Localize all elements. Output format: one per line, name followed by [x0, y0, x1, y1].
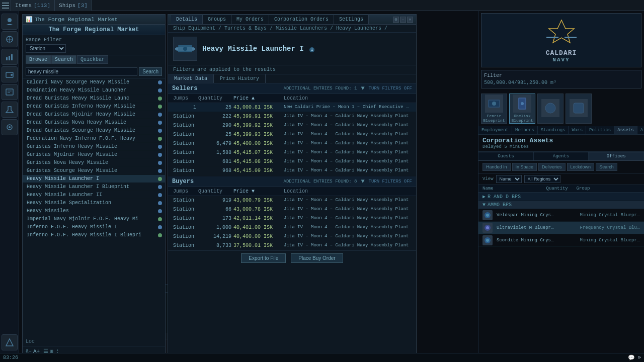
- list-item[interactable]: Inferno F.O.F. Heavy Missile I: [23, 223, 165, 231]
- sidebar-icon-science[interactable]: [2, 102, 18, 118]
- place-buy-order-button[interactable]: Place Buy Order: [291, 253, 343, 263]
- list-item[interactable]: Ultraviolet M Blueprint Frequency Crysta…: [478, 222, 644, 234]
- range-select[interactable]: Station: [26, 44, 66, 53]
- sidebar-icon-market[interactable]: [2, 49, 18, 65]
- list-item[interactable]: Heavy Missiles: [23, 207, 165, 215]
- info-dot-icon[interactable]: [158, 169, 162, 173]
- ships-tab[interactable]: Ships [3]: [55, 0, 92, 11]
- blueprint-item-extra2[interactable]: [566, 94, 592, 124]
- blueprint-item-obelisk[interactable]: ObeliskBlueprint: [509, 94, 535, 124]
- corp-nav-members[interactable]: Members: [512, 126, 538, 134]
- corp-tab-offices[interactable]: Offices: [589, 152, 644, 160]
- sidebar-icon-character[interactable]: [2, 14, 18, 30]
- browse-tab[interactable]: Browse: [26, 55, 51, 64]
- list-item[interactable]: Inferno F.O.F. Heavy Missile I Bluepri: [23, 231, 165, 239]
- price-history-tab[interactable]: Price History: [214, 74, 266, 83]
- status-icon-chat[interactable]: 💬: [628, 354, 635, 361]
- blueprint-item-fenrir[interactable]: FenrirBlueprint: [481, 94, 507, 124]
- table-row[interactable]: Station 173 42,011.14 ISK Jita IV – Moon…: [168, 214, 416, 223]
- list-item[interactable]: Federation Navy Inferno F.O.F. Heavy: [23, 135, 165, 143]
- col-location[interactable]: Location: [283, 95, 412, 102]
- list-item[interactable]: Dread Guristas Heavy Missile Launc: [23, 95, 165, 103]
- view-name-select[interactable]: Name: [496, 175, 522, 183]
- filter-search[interactable]: Search: [596, 163, 617, 171]
- list-item[interactable]: Imperial Navy Mjolnir F.O.F. Heavy Mi: [23, 215, 165, 223]
- list-item[interactable]: Dread Guristas Inferno Heavy Missile: [23, 103, 165, 111]
- info-dot-icon[interactable]: [158, 88, 162, 93]
- col-quantity[interactable]: Quantity: [197, 95, 232, 102]
- list-item[interactable]: Guristas Scourge Heavy Missile: [23, 167, 165, 175]
- table-row[interactable]: Station 66 43,000.78 ISK Jita IV – Moon …: [168, 205, 416, 214]
- list-item[interactable]: Dread Guristas Scourge Heavy Missile: [23, 127, 165, 135]
- export-button[interactable]: Export to File: [241, 253, 286, 263]
- blueprint-item-extra1[interactable]: [537, 94, 564, 124]
- list-item[interactable]: Guristas Nova Heavy Missile: [23, 159, 165, 167]
- details-tab-corp-orders[interactable]: Corporation Orders: [269, 15, 334, 24]
- filter-deliveries[interactable]: Deliveries: [538, 163, 566, 171]
- corp-nav-wars[interactable]: Wars: [569, 126, 586, 134]
- sidebar-icon-industry[interactable]: [2, 119, 18, 135]
- info-dot-icon[interactable]: [158, 209, 162, 213]
- sidebar-icon-neocom[interactable]: [2, 334, 18, 350]
- view-region-select[interactable]: All Regions: [524, 175, 560, 183]
- corp-nav-politics[interactable]: Politics: [586, 126, 614, 134]
- info-dot-icon[interactable]: [158, 201, 162, 205]
- corp-nav-assets[interactable]: Assets: [614, 126, 637, 134]
- buyers-filter-icon[interactable]: ▼: [361, 178, 364, 185]
- info-dot-icon[interactable]: [158, 233, 162, 237]
- list-item[interactable]: Domination Heavy Missile Launcher: [23, 86, 165, 95]
- list-item[interactable]: Veldspar Mining Crystal I Blueprint Mini…: [478, 209, 644, 222]
- col-price[interactable]: Price ▲: [232, 95, 283, 102]
- info-dot-icon[interactable]: [158, 185, 162, 189]
- info-dot-icon[interactable]: [158, 97, 162, 101]
- corp-nav-employment[interactable]: Employment: [478, 126, 512, 134]
- table-row[interactable]: Station 919 43,000.79 ISK Jita IV – Moon…: [168, 196, 416, 205]
- info-dot-icon[interactable]: [158, 105, 162, 109]
- item-info-icon[interactable]: i: [309, 47, 314, 52]
- sellers-filters-toggle[interactable]: TURN FILTERS OFF: [369, 86, 412, 91]
- col-jumps[interactable]: Jumps: [172, 95, 197, 102]
- minimize-ctrl[interactable]: –: [400, 17, 406, 23]
- table-row[interactable]: Station 14,219 40,400.00 ISK Jita IV – M…: [168, 232, 416, 241]
- table-row[interactable]: Station 290 45,399.92 ISK Jita IV – Moon…: [168, 121, 416, 130]
- table-row[interactable]: Station 6,479 45,400.00 ISK Jita IV – Mo…: [168, 139, 416, 148]
- table-row[interactable]: Station 1,000 40,401.00 ISK Jita IV – Mo…: [168, 223, 416, 232]
- filter-lockdown[interactable]: Lockdown: [567, 163, 595, 171]
- details-tab-groups[interactable]: Groups: [203, 15, 231, 24]
- filter-handed-in[interactable]: Handed In: [482, 163, 511, 171]
- info-dot-icon[interactable]: [158, 177, 162, 181]
- list-item[interactable]: Scordite Mining Crystal I Blueprint Mini…: [478, 234, 644, 247]
- sidebar-icon-map[interactable]: [2, 31, 18, 47]
- settings-ctrl[interactable]: ⚙: [393, 17, 399, 23]
- info-dot-icon[interactable]: [158, 137, 162, 141]
- search-input[interactable]: [26, 67, 137, 76]
- assets-group-ammo[interactable]: ▼ AMMO BPS: [478, 201, 644, 209]
- search-button[interactable]: Search: [139, 67, 162, 76]
- filter-in-space[interactable]: In Space: [512, 163, 537, 171]
- info-dot-icon[interactable]: [158, 121, 162, 125]
- col-group[interactable]: Group: [577, 186, 640, 191]
- list-item[interactable]: Guristas Inferno Heavy Missile: [23, 143, 165, 151]
- col-qty[interactable]: Quantity: [546, 186, 577, 191]
- list-item[interactable]: Heavy Missile Launcher II: [23, 191, 165, 199]
- search-tab[interactable]: Search: [51, 55, 76, 64]
- list-item-active[interactable]: Heavy Missile Launcher I: [23, 175, 165, 183]
- col-price[interactable]: Price ▼: [232, 188, 283, 195]
- col-location[interactable]: Location: [283, 188, 412, 195]
- table-row[interactable]: 1 25 43,000.81 ISK New Caldari Prime – M…: [168, 103, 416, 112]
- assets-group-rand[interactable]: ▶ R AND D BPS: [478, 193, 644, 201]
- table-row[interactable]: Station 25 45,399.93 ISK Jita IV – Moon …: [168, 130, 416, 139]
- list-item[interactable]: Heavy Missile Launcher I Blueprint: [23, 183, 165, 191]
- table-row[interactable]: Station 8,733 37,500.01 ISK Jita IV – Mo…: [168, 241, 416, 250]
- table-row[interactable]: Station 681 45,415.08 ISK Jita IV – Moon…: [168, 157, 416, 166]
- info-dot-icon[interactable]: [158, 217, 162, 221]
- quickbar-tab[interactable]: Quickbar: [77, 55, 108, 64]
- corp-nav-standings[interactable]: Standings: [538, 126, 569, 134]
- info-dot-icon[interactable]: [158, 129, 162, 133]
- col-jumps[interactable]: Jumps: [172, 188, 197, 195]
- corp-tab-agents[interactable]: Agents: [534, 152, 589, 160]
- market-data-tab[interactable]: Market Data: [168, 74, 214, 83]
- table-row[interactable]: Station 222 45,399.91 ISK Jita IV – Moon…: [168, 112, 416, 121]
- sellers-filter-icon[interactable]: ▼: [361, 85, 364, 92]
- status-icon-expand[interactable]: »: [637, 354, 641, 361]
